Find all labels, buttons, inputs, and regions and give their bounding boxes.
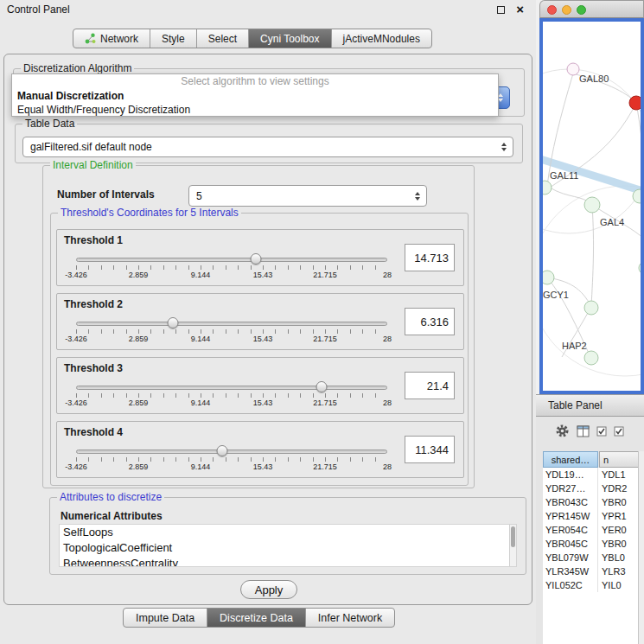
combo-arrows-icon bbox=[501, 143, 507, 151]
minimize-traffic-light[interactable] bbox=[562, 5, 571, 15]
network-node[interactable] bbox=[639, 262, 641, 274]
apply-button[interactable]: Apply bbox=[240, 580, 297, 599]
table-row[interactable]: YBR043CYBR0 bbox=[543, 495, 644, 509]
dropdown-item-equal-width[interactable]: Equal Width/Frequency Discretization bbox=[12, 103, 498, 117]
tick-label: 2.859 bbox=[129, 271, 149, 279]
tab-infer-network[interactable]: Infer Network bbox=[306, 609, 394, 627]
scrollbar-thumb[interactable] bbox=[511, 526, 515, 547]
threshold-slider[interactable]: -3.4262.8599.14415.4321.71528 bbox=[76, 316, 387, 348]
slider-thumb[interactable] bbox=[217, 445, 228, 456]
network-node[interactable] bbox=[567, 63, 579, 75]
threshold-slider[interactable]: -3.4262.8599.14415.4321.71528 bbox=[76, 252, 387, 284]
table-row[interactable]: YDL19…YDL1 bbox=[543, 468, 644, 481]
slider-tick-labels: -3.4262.8599.14415.4321.71528 bbox=[76, 399, 387, 408]
column-header-shared-name[interactable]: shared… bbox=[543, 451, 598, 468]
tick-label: 2.859 bbox=[129, 399, 149, 407]
tab-discretize-data[interactable]: Discretize Data bbox=[207, 609, 306, 627]
threshold-value-field[interactable]: 6.316 bbox=[405, 308, 455, 335]
network-arc bbox=[543, 186, 641, 376]
table-row[interactable]: YIL052CYIL0 bbox=[543, 578, 644, 592]
tick-label: -3.426 bbox=[65, 462, 87, 471]
table-scrollbar[interactable] bbox=[638, 451, 644, 644]
tab-cyni-toolbox[interactable]: Cyni Toolbox bbox=[249, 29, 331, 48]
numerical-attributes-label: Numerical Attributes bbox=[61, 510, 163, 522]
table-row[interactable]: YBR045CYBR0 bbox=[543, 537, 644, 551]
table-row[interactable]: YLR345WYLR3 bbox=[543, 564, 644, 578]
table-panel-header[interactable]: Table Panel bbox=[536, 394, 644, 417]
list-item[interactable]: BetweennessCentrality bbox=[60, 556, 516, 567]
table-row[interactable]: YPR145WYPR1 bbox=[543, 509, 644, 523]
node-label: GAL80 bbox=[579, 73, 609, 84]
tab-network[interactable]: Network bbox=[73, 29, 150, 48]
dropdown-item-manual-discretization[interactable]: Manual Discretization bbox=[12, 89, 498, 103]
threshold-value-field[interactable]: 21.4 bbox=[405, 372, 455, 399]
slider-track[interactable] bbox=[76, 450, 387, 454]
network-node[interactable] bbox=[584, 197, 600, 213]
slider-track[interactable] bbox=[76, 258, 387, 262]
tick-label: 28 bbox=[383, 271, 392, 279]
table-cell: YBR045C bbox=[543, 537, 598, 551]
slider-thumb[interactable] bbox=[250, 253, 261, 265]
tick-label: 15.43 bbox=[253, 271, 273, 279]
network-node[interactable] bbox=[584, 351, 598, 365]
node-label: GCY1 bbox=[543, 290, 569, 300]
close-traffic-light[interactable] bbox=[547, 5, 557, 15]
thresholds-group: Threshold's Coordinates for 5 Intervals … bbox=[50, 213, 469, 486]
network-node[interactable] bbox=[584, 301, 598, 315]
threshold-value-field[interactable]: 11.344 bbox=[405, 436, 455, 463]
slider-track[interactable] bbox=[76, 386, 387, 390]
network-window: GAL80 GAL11 GAL4 GCY1 HAP2 bbox=[539, 0, 644, 394]
table-data-group: Table Data galFiltered.sif default node bbox=[15, 124, 523, 163]
group-title: Interval Definition bbox=[50, 159, 136, 171]
combo-value: galFiltered.sif default node bbox=[30, 137, 152, 156]
threshold-label: Threshold 3 bbox=[64, 362, 123, 374]
table-row[interactable]: YER054CYER0 bbox=[543, 523, 644, 537]
combo-value: 5 bbox=[196, 186, 202, 206]
tab-style[interactable]: Style bbox=[150, 29, 197, 48]
list-item[interactable]: SelfLoops bbox=[60, 525, 516, 540]
interval-definition-group: Interval Definition Number of Intervals … bbox=[42, 165, 475, 488]
threshold-panel: Threshold 2 -3.4262.8599.14415.4321.7152… bbox=[56, 293, 464, 350]
tick-label: 21.715 bbox=[313, 271, 337, 279]
tick-label: 15.43 bbox=[253, 335, 273, 343]
slider-ticks bbox=[76, 329, 387, 334]
float-window-icon[interactable] bbox=[497, 6, 505, 14]
tab-impute-data[interactable]: Impute Data bbox=[124, 609, 207, 627]
tick-label: -3.426 bbox=[65, 399, 87, 407]
intervals-label: Number of Intervals bbox=[57, 188, 155, 201]
threshold-value-field[interactable]: 14.713 bbox=[405, 244, 455, 271]
slider-thumb[interactable] bbox=[167, 317, 178, 328]
slider-track[interactable] bbox=[76, 322, 387, 326]
table-cell: YDL19… bbox=[543, 468, 598, 481]
network-node[interactable] bbox=[543, 271, 554, 284]
slider-tick-labels: -3.4262.8599.14415.4321.71528 bbox=[76, 271, 387, 280]
network-window-titlebar[interactable] bbox=[539, 0, 644, 18]
gear-icon[interactable] bbox=[555, 424, 570, 438]
checkbox-icon[interactable] bbox=[596, 426, 607, 437]
table-cell: YDR27… bbox=[543, 481, 598, 495]
tab-select[interactable]: Select bbox=[197, 29, 249, 48]
tab-jactivemnodules[interactable]: jActiveMNodules bbox=[332, 29, 431, 48]
columns-icon[interactable] bbox=[577, 425, 590, 437]
network-node-selected[interactable] bbox=[629, 96, 641, 110]
zoom-traffic-light[interactable] bbox=[577, 5, 586, 15]
slider-tick-labels: -3.4262.8599.14415.4321.71528 bbox=[76, 335, 387, 344]
threshold-slider[interactable]: -3.4262.8599.14415.4321.71528 bbox=[76, 380, 387, 411]
network-icon bbox=[85, 33, 96, 44]
top-tab-bar: Network Style Select Cyni Toolbox jActiv… bbox=[73, 29, 432, 48]
network-node[interactable] bbox=[543, 181, 552, 194]
network-canvas[interactable]: GAL80 GAL11 GAL4 GCY1 HAP2 bbox=[539, 18, 644, 394]
close-icon[interactable]: × bbox=[516, 2, 524, 16]
dropdown-placeholder-item[interactable]: Select algorithm to view settings bbox=[12, 74, 498, 89]
slider-thumb[interactable] bbox=[316, 381, 328, 392]
table-data-combobox[interactable]: galFiltered.sif default node bbox=[22, 137, 513, 157]
table-row[interactable]: YDR27…YDR2 bbox=[543, 481, 644, 495]
tick-label: 28 bbox=[383, 335, 392, 343]
list-scrollbar[interactable] bbox=[509, 525, 516, 566]
threshold-slider[interactable]: -3.4262.8599.14415.4321.71528 bbox=[76, 444, 387, 475]
checkbox-icon[interactable] bbox=[614, 426, 624, 437]
attributes-group: Attributes to discretize Numerical Attri… bbox=[49, 497, 526, 575]
list-item[interactable]: TopologicalCoefficient bbox=[60, 540, 516, 556]
table-row[interactable]: YBL079WYBL0 bbox=[543, 551, 644, 564]
intervals-combobox[interactable]: 5 bbox=[188, 185, 427, 207]
